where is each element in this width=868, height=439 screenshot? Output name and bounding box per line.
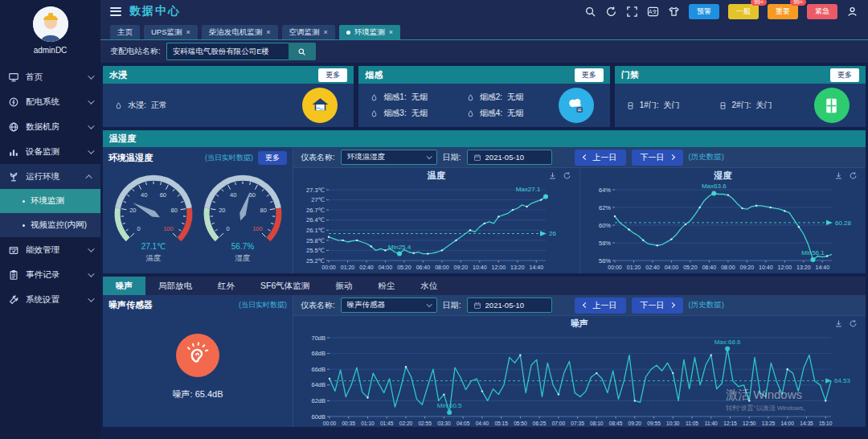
noise-chart-title: 噪声 <box>295 318 864 330</box>
sensor-tab-0[interactable]: 噪声 <box>103 277 145 295</box>
item-value: 无烟 <box>411 108 428 119</box>
realtime-data-link[interactable]: (当日实时数据) <box>239 300 287 310</box>
svg-text:56.7%: 56.7% <box>231 242 253 251</box>
temp-humidity-next-day-button[interactable]: 下一日 <box>632 150 683 166</box>
droplet-icon <box>114 101 123 110</box>
temperature-gauge: 02040608010027.1℃温度 <box>110 169 197 265</box>
tab-1[interactable]: UPS监测× <box>144 25 198 39</box>
sensor-tab-1[interactable]: 局部放电 <box>145 277 205 295</box>
sidebar-subitem-4-0[interactable]: 环境监测 <box>0 189 100 213</box>
noise-chart-box: 噪声 70dB68dB66dB64dB62dB60dB00:0000:3501:… <box>293 316 866 428</box>
svg-text:07:35: 07:35 <box>571 421 584 426</box>
noise-meter-select[interactable]: 噪声传感器 <box>341 297 437 313</box>
svg-text:10:30: 10:30 <box>666 421 680 426</box>
alarm-button-1[interactable]: 一般99+ <box>728 4 759 19</box>
svg-text:Min:60.5: Min:60.5 <box>437 402 462 409</box>
more-button[interactable]: 更多 <box>830 68 859 82</box>
sidebar-item-label: 运行环境 <box>26 171 59 183</box>
realtime-data-link[interactable]: (当日实时数据) <box>205 153 253 163</box>
tab-4[interactable]: 环境监测× <box>339 25 400 39</box>
card-0: 水浸更多水浸:正常 <box>103 66 354 127</box>
tab-0[interactable]: 主页 <box>110 25 140 39</box>
chevron-down-icon <box>88 270 94 277</box>
close-icon[interactable]: × <box>186 28 190 36</box>
sidebar-item-0[interactable]: 首页 <box>0 64 100 89</box>
refresh-icon[interactable] <box>849 171 858 180</box>
tab-2[interactable]: 柴油发电机监测× <box>202 25 278 39</box>
search-row: 变配电站名称: <box>100 40 868 63</box>
close-icon[interactable]: × <box>324 28 328 36</box>
search-icon <box>297 47 306 56</box>
download-icon[interactable] <box>548 171 557 180</box>
menu-toggle-icon[interactable] <box>110 7 121 16</box>
sidebar-item-5[interactable]: 能效管理 <box>0 237 100 262</box>
svg-text:04:05: 04:05 <box>457 421 470 426</box>
temp-humidity-prev-day-button[interactable]: 上一日 <box>575 150 626 166</box>
svg-text:26.4℃: 26.4℃ <box>306 216 325 224</box>
sidebar-item-6[interactable]: 事件记录 <box>0 262 100 287</box>
svg-text:60: 60 <box>159 191 166 199</box>
settings-icon <box>8 294 19 306</box>
sidebar-subitem-label: 环境监测 <box>31 195 64 207</box>
svg-text:07:00: 07:00 <box>552 421 566 426</box>
alarm-button-3[interactable]: 紧急 <box>807 4 837 19</box>
noise-history-link[interactable]: (历史数据) <box>689 300 724 310</box>
svg-text:40: 40 <box>230 191 236 199</box>
main-content: 水浸更多水浸:正常烟感更多烟感1:无烟烟感2:无烟烟感3:无烟烟感4:无烟门禁更… <box>100 63 868 439</box>
sensor-tab-5[interactable]: 粉尘 <box>365 277 407 295</box>
ear-icon <box>176 334 219 377</box>
svg-text:04:40: 04:40 <box>476 421 489 426</box>
svg-text:05:20: 05:20 <box>397 265 411 270</box>
item-name: 烟感4: <box>480 108 502 119</box>
item-name: 水浸: <box>128 100 146 111</box>
download-icon[interactable] <box>834 319 843 328</box>
noise-prev-day-button[interactable]: 上一日 <box>575 297 626 314</box>
sidebar-item-1[interactable]: 配电系统 <box>0 89 100 114</box>
noise-next-day-button[interactable]: 下一日 <box>632 297 683 314</box>
item-value: 无烟 <box>411 92 428 103</box>
refresh-icon[interactable] <box>849 319 858 328</box>
sidebar-item-3[interactable]: 设备监测 <box>0 139 100 164</box>
fullscreen-icon[interactable] <box>626 6 638 18</box>
search-icon[interactable] <box>584 6 596 18</box>
close-icon[interactable]: × <box>389 28 393 36</box>
tab-bar: 主页UPS监测×柴油发电机监测×空调监测×环境监测× <box>100 23 868 40</box>
alarm-button-0[interactable]: 预警 <box>689 4 719 19</box>
sidebar-item-2[interactable]: 数据机房 <box>0 114 100 139</box>
noise-chart[interactable]: 70dB68dB66dB64dB62dB60dB00:0000:3501:100… <box>297 330 862 428</box>
download-icon[interactable] <box>834 171 843 180</box>
temp-humidity-meter-select[interactable]: 环境温湿度 <box>341 150 437 165</box>
alarm-button-2[interactable]: 重要99+ <box>768 4 798 19</box>
station-name-input[interactable] <box>166 43 289 60</box>
alarm-badge: 99+ <box>790 0 806 6</box>
svg-text:12:00: 12:00 <box>491 265 506 270</box>
more-button[interactable]: 更多 <box>258 151 287 165</box>
sidebar-item-7[interactable]: 系统设置 <box>0 287 100 312</box>
tab-3[interactable]: 空调监测× <box>282 25 335 39</box>
close-icon[interactable]: × <box>266 28 270 36</box>
more-button[interactable]: 更多 <box>575 68 604 82</box>
search-button[interactable] <box>289 43 316 60</box>
refresh-icon[interactable] <box>605 6 617 18</box>
sensor-tab-4[interactable]: 振动 <box>322 277 365 295</box>
droplet-icon <box>466 109 475 118</box>
humidity-chart[interactable]: 64%62%60%58%56%00:0001:2002:4004:0005:20… <box>583 182 862 272</box>
temp-humidity-date-picker[interactable]: 2021-05-10 <box>467 150 552 165</box>
temperature-chart[interactable]: 27.3℃27℃26.7℃26.4℃26.1℃25.8℃25.5℃25.2℃00… <box>297 182 576 272</box>
more-button[interactable]: 更多 <box>318 68 347 82</box>
sidebar-subitem-4-1[interactable]: 视频监控(内网) <box>0 213 100 237</box>
sensor-tab-6[interactable]: 水位 <box>407 277 450 295</box>
svg-text:64.53: 64.53 <box>834 377 851 384</box>
sensor-tab-3[interactable]: SF6气体监测 <box>248 277 322 295</box>
refresh-icon[interactable] <box>563 171 571 180</box>
chevron-down-icon <box>88 245 94 252</box>
temp-humidity-history-link[interactable]: (历史数据) <box>689 152 724 162</box>
user-icon[interactable] <box>846 6 858 18</box>
noise-date-picker[interactable]: 2021-05-10 <box>467 297 552 313</box>
svg-text:13:20: 13:20 <box>510 265 525 270</box>
sensor-tab-2[interactable]: 红外 <box>205 277 248 295</box>
sidebar-item-label: 首页 <box>26 72 43 83</box>
theme-icon[interactable] <box>668 6 680 18</box>
translate-icon[interactable]: A文 <box>647 6 659 18</box>
sidebar-item-4[interactable]: 运行环境 <box>0 164 100 189</box>
